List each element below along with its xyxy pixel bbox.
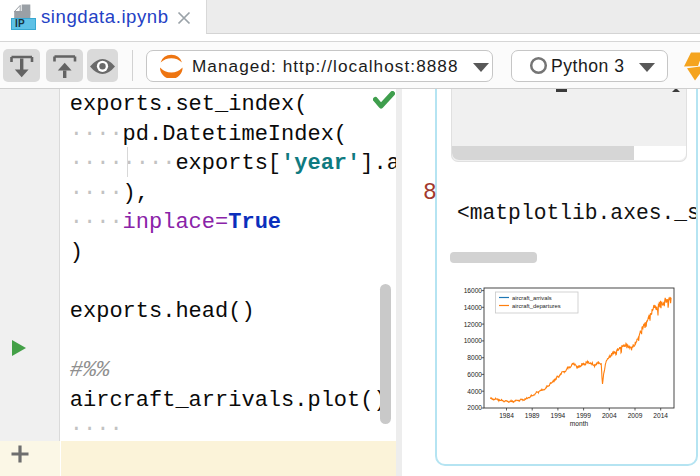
svg-text:6000: 6000	[467, 371, 482, 378]
svg-text:1999: 1999	[576, 412, 591, 419]
svg-text:2000: 2000	[467, 404, 482, 411]
svg-text:1994: 1994	[551, 412, 566, 419]
svg-text:2014: 2014	[653, 412, 668, 419]
svg-text:month: month	[570, 420, 589, 427]
svg-text:2004: 2004	[602, 412, 617, 419]
svg-text:4000: 4000	[467, 388, 482, 395]
svg-text:12000: 12000	[464, 321, 483, 328]
svg-text:8000: 8000	[467, 354, 482, 361]
svg-text:1989: 1989	[525, 412, 540, 419]
svg-text:aircraft_departures: aircraft_departures	[512, 303, 561, 309]
svg-text:16000: 16000	[464, 287, 483, 294]
svg-text:14000: 14000	[464, 304, 483, 311]
svg-text:aircraft_arrivals: aircraft_arrivals	[512, 295, 552, 301]
svg-text:1984: 1984	[499, 412, 514, 419]
svg-text:10000: 10000	[464, 337, 483, 344]
svg-text:2009: 2009	[628, 412, 643, 419]
